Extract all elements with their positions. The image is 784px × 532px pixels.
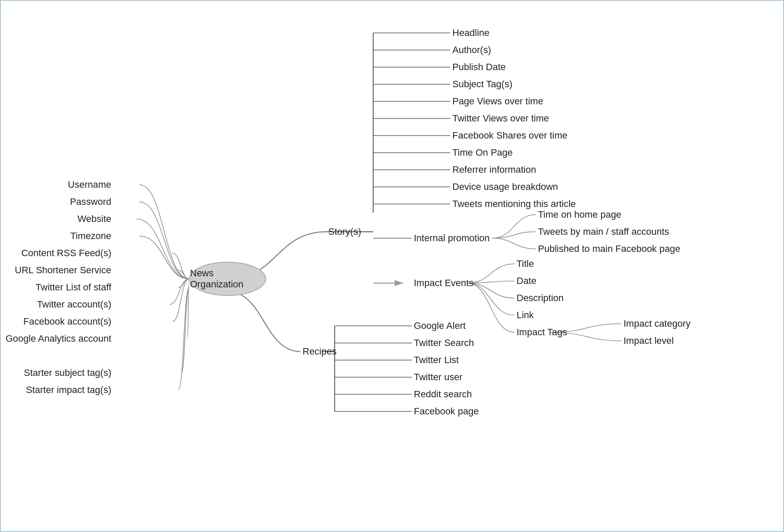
node-label: Google Alert (414, 320, 466, 331)
node-label: Impact Tags (517, 327, 567, 338)
node-label: URL Shortener Service (15, 265, 111, 276)
node-label: Time On Page (452, 147, 513, 158)
node-label: Twitter List of staff (36, 282, 111, 293)
node-label: Published to main Facebook page (538, 243, 680, 254)
node-label: Date (517, 275, 536, 287)
node-label: Password (70, 196, 111, 207)
node-label: Title (517, 258, 534, 269)
node-label: Recipes (303, 346, 336, 357)
node-label: Impact level (624, 335, 674, 346)
node-label: Username (68, 179, 111, 190)
node-label: Facebook account(s) (24, 316, 111, 327)
node-label: Twitter List (414, 355, 459, 366)
mind-map-svg (1, 1, 784, 532)
node-label: Tweets mentioning this article (452, 198, 576, 210)
node-label: Publish Date (452, 62, 506, 73)
node-label: Timezone (70, 231, 111, 242)
center-node: News Organization (189, 262, 266, 296)
node-label: Reddit search (414, 389, 472, 400)
node-label: Impact Events (414, 278, 473, 289)
node-label: Starter subject tag(s) (24, 367, 111, 378)
node-label: Content RSS Feed(s) (21, 248, 111, 259)
node-label: Twitter user (414, 372, 463, 383)
node-label: Starter impact tag(s) (26, 384, 111, 396)
node-label: Author(s) (452, 44, 491, 56)
node-label: Website (77, 213, 111, 225)
node-label: Twitter account(s) (37, 299, 111, 310)
node-label: Referrer information (452, 164, 536, 175)
node-label: Facebook page (414, 406, 479, 417)
node-label: Time on home page (538, 209, 621, 220)
node-label: Description (517, 293, 564, 304)
node-label: Page Views over time (452, 96, 543, 107)
node-label: Device usage breakdown (452, 181, 558, 192)
node-label: Tweets by main / staff accounts (538, 226, 669, 237)
node-label: Facebook Shares over time (452, 130, 567, 141)
node-label: Google Analytics account (6, 333, 111, 344)
node-label: Subject Tag(s) (452, 79, 512, 90)
node-label: Twitter Views over time (452, 113, 549, 124)
node-label: Headline (452, 27, 490, 38)
node-label: Impact category (624, 318, 691, 329)
node-label: Internal promotion (414, 233, 490, 244)
node-label: Story(s) (328, 226, 361, 237)
center-label: News Organization (190, 268, 265, 290)
node-label: Link (517, 310, 534, 321)
node-label: Twitter Search (414, 337, 474, 349)
